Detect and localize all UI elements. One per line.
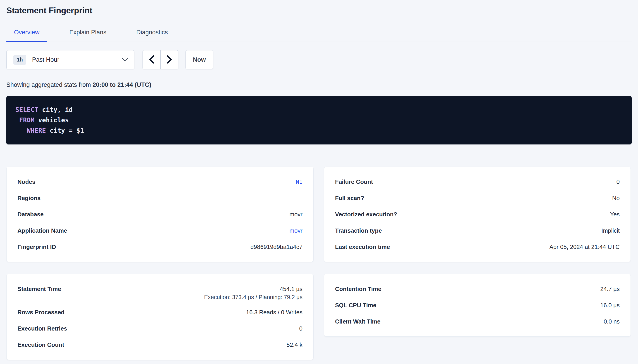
aggregated-stats-line: Showing aggregated stats from 20:00 to 2… <box>6 82 632 88</box>
application-name-label: Application Name <box>18 227 67 234</box>
nodes-value[interactable]: N1 <box>296 178 302 185</box>
card-statement-times: Statement Time454.1 µsExecution: 373.4 µ… <box>6 274 314 360</box>
row-last-execution-time: Last execution timeApr 05, 2024 at 21:44… <box>335 239 620 255</box>
rows-processed-value: 16.3 Reads / 0 Writes <box>246 309 302 316</box>
summary-cards: NodesN1RegionsDatabasemovrApplication Na… <box>6 167 632 360</box>
row-regions: Regions <box>18 190 302 206</box>
row-database: Databasemovr <box>18 206 302 222</box>
client-wait-time-label: Client Wait Time <box>335 318 381 325</box>
row-full-scan: Full scan?No <box>335 190 620 206</box>
sql-text: city, id <box>38 106 73 114</box>
last-execution-time-value: Apr 05, 2024 at 21:44 UTC <box>549 244 620 250</box>
full-scan-value: No <box>612 195 620 202</box>
client-wait-time-value: 0.0 ns <box>603 318 620 325</box>
next-range-button[interactable] <box>160 50 178 69</box>
previous-range-button[interactable] <box>143 50 160 69</box>
row-rows-processed: Rows Processed16.3 Reads / 0 Writes <box>18 304 302 320</box>
regions-label: Regions <box>18 195 41 202</box>
time-range-select[interactable]: 1h Past Hour <box>6 50 134 69</box>
transaction-type-label: Transaction type <box>335 227 382 234</box>
contention-time-value: 24.7 µs <box>600 286 620 292</box>
sql-text <box>16 127 27 134</box>
card-execution-attributes: Failure Count0Full scan?NoVectorized exe… <box>324 167 631 262</box>
time-range-label: Past Hour <box>32 56 59 63</box>
transaction-type-value: Implicit <box>601 227 620 234</box>
sql-statement-box: SELECT city, id FROM vehicles WHERE city… <box>6 96 632 144</box>
row-application-name: Application Namemovr <box>18 222 302 239</box>
time-controls: 1h Past Hour <box>6 50 632 69</box>
page-container: Statement Fingerprint Overview Explain P… <box>0 0 638 360</box>
row-contention-time: Contention Time24.7 µs <box>335 281 620 297</box>
statement-time-value: 454.1 µs <box>280 286 302 292</box>
sql-text <box>16 116 19 124</box>
page-title: Statement Fingerprint <box>6 0 632 15</box>
row-fingerprint-id: Fingerprint IDd986919d9ba1a4c7 <box>18 239 302 255</box>
fingerprint-id-label: Fingerprint ID <box>18 244 56 250</box>
chevron-down-icon <box>122 58 128 62</box>
database-label: Database <box>18 211 44 218</box>
card-statement-details: NodesN1RegionsDatabasemovrApplication Na… <box>6 167 314 262</box>
application-name-value[interactable]: movr <box>289 227 302 234</box>
chevron-right-icon <box>167 55 172 64</box>
sql-keyword: WHERE <box>27 127 46 134</box>
time-range-badge: 1h <box>13 55 26 65</box>
row-failure-count: Failure Count0 <box>335 174 620 190</box>
row-transaction-type: Transaction typeImplicit <box>335 222 620 239</box>
tab-bar: Overview Explain Plans Diagnostics <box>6 28 632 42</box>
vectorized-execution-value: Yes <box>610 211 620 218</box>
statement-time-subvalue: Execution: 373.4 µs / Planning: 79.2 µs <box>18 294 302 304</box>
stats-line-range: 20:00 to 21:44 (UTC) <box>93 82 151 88</box>
chevron-left-icon <box>149 55 155 64</box>
database-value: movr <box>289 211 302 218</box>
row-vectorized-execution: Vectorized execution?Yes <box>335 206 620 222</box>
failure-count-label: Failure Count <box>335 178 373 186</box>
failure-count-value: 0 <box>616 178 620 186</box>
execution-count-label: Execution Count <box>18 342 64 348</box>
sql-text: city = $1 <box>46 127 84 134</box>
row-execution-retries: Execution Retries0 <box>18 320 302 337</box>
stats-line-prefix: Showing aggregated stats from <box>6 82 91 88</box>
statement-time-label: Statement Time <box>18 286 61 292</box>
time-range-arrows <box>143 50 178 69</box>
fingerprint-id-value: d986919d9ba1a4c7 <box>250 244 302 250</box>
nodes-label: Nodes <box>18 178 35 186</box>
sql-cpu-time-label: SQL CPU Time <box>335 302 376 309</box>
execution-count-value: 52.4 k <box>286 342 302 348</box>
contention-time-label: Contention Time <box>335 286 381 292</box>
row-client-wait-time: Client Wait Time0.0 ns <box>335 313 620 330</box>
last-execution-time-label: Last execution time <box>335 244 390 250</box>
rows-processed-label: Rows Processed <box>18 309 65 316</box>
full-scan-label: Full scan? <box>335 195 364 202</box>
sql-statement: SELECT city, id FROM vehicles WHERE city… <box>16 105 622 136</box>
row-execution-count: Execution Count52.4 k <box>18 337 302 353</box>
sql-text: vehicles <box>35 116 69 124</box>
vectorized-execution-label: Vectorized execution? <box>335 211 397 218</box>
row-statement-time: Statement Time454.1 µsExecution: 373.4 µ… <box>18 281 302 304</box>
sql-keyword: SELECT <box>16 106 38 114</box>
sql-keyword: FROM <box>19 116 35 124</box>
tab-explain-plans[interactable]: Explain Plans <box>62 28 114 42</box>
row-nodes: NodesN1 <box>18 174 302 190</box>
row-sql-cpu-time: SQL CPU Time16.0 µs <box>335 297 620 313</box>
execution-retries-label: Execution Retries <box>18 325 67 332</box>
execution-retries-value: 0 <box>299 325 302 332</box>
tab-overview[interactable]: Overview <box>6 28 47 42</box>
now-button[interactable]: Now <box>186 50 213 69</box>
card-wait-times: Contention Time24.7 µsSQL CPU Time16.0 µ… <box>324 274 631 337</box>
tab-diagnostics[interactable]: Diagnostics <box>129 28 176 42</box>
sql-cpu-time-value: 16.0 µs <box>600 302 620 309</box>
